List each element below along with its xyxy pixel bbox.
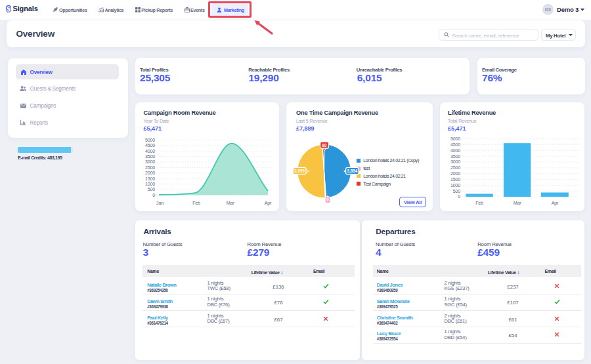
svg-text:1000: 1000 [145, 182, 155, 187]
svg-text:3500: 3500 [145, 154, 155, 159]
svg-text:Mar: Mar [227, 201, 234, 206]
svg-text:4500: 4500 [450, 142, 460, 148]
svg-text:2000: 2000 [145, 171, 155, 176]
svg-text:4000: 4000 [145, 149, 155, 154]
svg-text:500: 500 [453, 189, 460, 194]
svg-text:2000: 2000 [450, 171, 460, 176]
svg-text:Apr: Apr [265, 201, 272, 206]
svg-text:5000: 5000 [450, 136, 460, 142]
svg-text:Feb: Feb [192, 201, 200, 206]
svg-text:3500: 3500 [450, 154, 460, 159]
svg-text:1500: 1500 [145, 176, 155, 182]
svg-text:80: 80 [322, 143, 328, 148]
svg-text:0: 0 [458, 194, 460, 199]
svg-text:3,955: 3,955 [294, 169, 305, 174]
svg-text:500: 500 [148, 187, 155, 192]
svg-text:3000: 3000 [450, 159, 460, 165]
svg-text:0: 0 [326, 197, 329, 202]
svg-text:4000: 4000 [450, 148, 460, 153]
svg-text:4500: 4500 [145, 143, 155, 148]
svg-text:5000: 5000 [145, 138, 155, 143]
svg-text:Mar: Mar [514, 201, 521, 206]
svg-text:1000: 1000 [450, 183, 460, 188]
svg-text:Feb: Feb [475, 201, 483, 206]
svg-text:Apr: Apr [552, 201, 559, 206]
svg-text:0: 0 [152, 193, 155, 198]
svg-text:Jan: Jan [156, 201, 164, 206]
svg-text:2500: 2500 [450, 165, 460, 171]
svg-text:3000: 3000 [145, 159, 155, 165]
svg-text:1500: 1500 [450, 177, 460, 182]
svg-text:3,854: 3,854 [347, 169, 357, 174]
svg-text:2500: 2500 [145, 165, 155, 171]
